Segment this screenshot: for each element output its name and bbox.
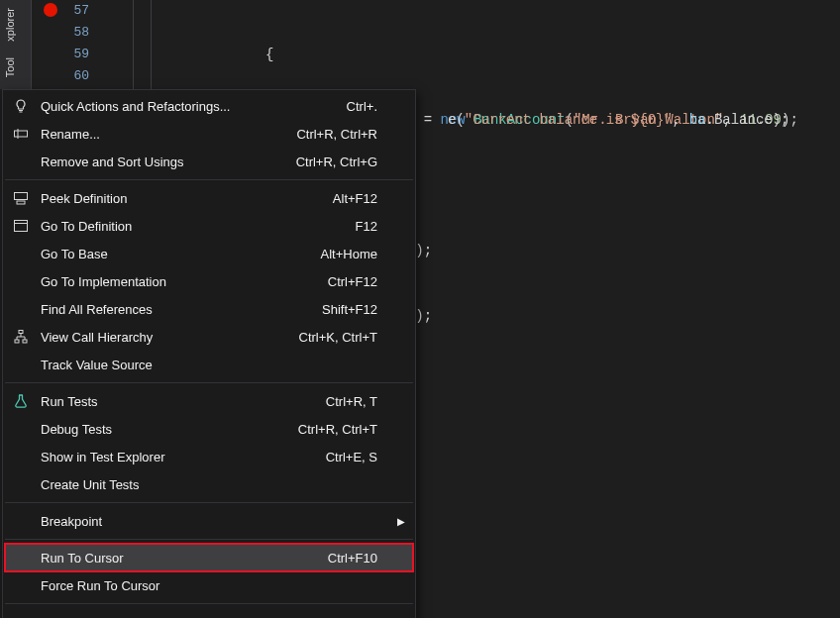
menu-shortcut: Alt+Home xyxy=(321,247,393,261)
menu-shortcut: Ctrl+F12 xyxy=(328,274,393,289)
menu-item-create-unit-tests[interactable]: Create Unit Tests xyxy=(5,470,413,498)
code-token: ba xyxy=(689,112,706,128)
menu-label: Run To Cursor xyxy=(33,551,328,566)
menu-shortcut: Ctrl+K, Ctrl+T xyxy=(299,330,393,345)
menu-label: Find All References xyxy=(33,302,322,317)
svg-rect-2 xyxy=(15,193,28,200)
line-number: 59 xyxy=(32,44,89,65)
menu-item-show-in-test-explorer[interactable]: Show in Test ExplorerCtrl+E, S xyxy=(5,443,413,470)
menu-item-find-all-references[interactable]: Find All ReferencesShift+F12 xyxy=(5,295,413,323)
menu-label: Peek Definition xyxy=(33,191,333,206)
line-number: 58 xyxy=(32,22,89,44)
menu-item-remove-and-sort-usings[interactable]: Remove and Sort UsingsCtrl+R, Ctrl+G xyxy=(5,148,413,175)
svg-rect-7 xyxy=(15,340,19,343)
menu-separator xyxy=(5,179,413,180)
context-menu: Quick Actions and Refactorings...Ctrl+.R… xyxy=(2,89,416,618)
menu-separator xyxy=(5,603,413,604)
code-token: e( xyxy=(448,112,465,128)
menu-item-go-to-implementation[interactable]: Go To ImplementationCtrl+F12 xyxy=(5,267,413,295)
menu-label: Create Unit Tests xyxy=(33,477,377,492)
menu-item-run-tests[interactable]: Run TestsCtrl+R, T xyxy=(5,387,413,415)
rename-icon xyxy=(9,126,33,142)
code-token: = xyxy=(415,112,440,128)
menu-label: Execute in Interactive xyxy=(33,615,298,619)
code-token: ); xyxy=(773,112,789,128)
menu-label: Remove and Sort Usings xyxy=(33,154,296,169)
menu-label: View Call Hierarchy xyxy=(33,330,299,345)
menu-label: Show in Test Explorer xyxy=(33,450,326,464)
code-token: "Current balance is ${0}" xyxy=(465,112,673,128)
menu-item-view-call-hierarchy[interactable]: View Call HierarchyCtrl+K, Ctrl+T xyxy=(5,323,413,351)
line-number: 57 xyxy=(32,0,89,22)
menu-item-go-to-definition[interactable]: Go To DefinitionF12 xyxy=(5,212,413,240)
menu-shortcut: Ctrl+E, S xyxy=(326,450,393,464)
menu-shortcut: F12 xyxy=(356,219,393,234)
menu-label: Go To Base xyxy=(33,247,321,261)
sidebar-tabs: xplorer Tool xyxy=(0,0,32,89)
menu-item-peek-definition[interactable]: Peek DefinitionAlt+F12 xyxy=(5,184,413,212)
menu-label: Run Tests xyxy=(33,394,326,409)
menu-shortcut: Ctrl+F10 xyxy=(328,551,393,566)
menu-item-track-value-source[interactable]: Track Value Source xyxy=(5,351,413,378)
menu-item-execute-in-interactive[interactable]: Execute in InteractiveCtrl+E, Ctrl+E xyxy=(5,608,413,618)
menu-shortcut: Alt+F12 xyxy=(333,191,393,206)
svg-rect-3 xyxy=(17,201,25,204)
lightbulb-icon xyxy=(9,98,33,114)
menu-label: Debug Tests xyxy=(33,422,298,437)
menu-shortcut: Ctrl+R, Ctrl+G xyxy=(296,154,393,169)
peek-icon xyxy=(9,190,33,206)
code-token: ); xyxy=(415,243,432,258)
menu-separator xyxy=(5,382,413,383)
submenu-arrow-icon: ▶ xyxy=(393,516,405,527)
menu-separator xyxy=(5,539,413,540)
menu-label: Rename... xyxy=(33,127,296,142)
menu-item-quick-actions-and-refactorings[interactable]: Quick Actions and Refactorings...Ctrl+. xyxy=(5,92,413,120)
goto-icon xyxy=(9,218,33,234)
menu-item-run-to-cursor[interactable]: Run To CursorCtrl+F10 xyxy=(5,544,413,571)
flask-icon xyxy=(9,393,33,409)
sidebar-tab-toolbox[interactable]: Tool xyxy=(0,50,20,85)
breakpoint-icon[interactable] xyxy=(44,3,57,17)
menu-label: Breakpoint xyxy=(33,514,377,529)
menu-shortcut: Shift+F12 xyxy=(322,302,393,317)
line-number: 60 xyxy=(32,65,89,87)
menu-label: Go To Implementation xyxy=(33,274,328,289)
hierarchy-icon xyxy=(9,329,33,345)
svg-rect-6 xyxy=(19,331,23,334)
menu-shortcut: Ctrl+R, Ctrl+R xyxy=(296,127,393,142)
menu-label: Track Value Source xyxy=(33,358,377,372)
code-token: ); xyxy=(415,308,432,324)
menu-item-breakpoint[interactable]: Breakpoint▶ xyxy=(5,507,413,535)
code-token: Balance xyxy=(714,112,773,128)
menu-separator xyxy=(5,502,413,503)
code-token: . xyxy=(705,112,713,128)
menu-shortcut: Ctrl+. xyxy=(347,99,393,114)
menu-shortcut: Ctrl+R, Ctrl+T xyxy=(298,422,393,437)
menu-item-force-run-to-cursor[interactable]: Force Run To Cursor xyxy=(5,571,413,599)
menu-shortcut: Ctrl+R, T xyxy=(326,394,393,409)
code-token: , xyxy=(673,112,689,128)
menu-item-debug-tests[interactable]: Debug TestsCtrl+R, Ctrl+T xyxy=(5,415,413,443)
menu-item-go-to-base[interactable]: Go To BaseAlt+Home xyxy=(5,240,413,267)
menu-label: Quick Actions and Refactorings... xyxy=(33,99,347,114)
sidebar-tab-explorer[interactable]: xplorer xyxy=(0,0,20,50)
svg-rect-8 xyxy=(23,340,27,343)
menu-shortcut: Ctrl+E, Ctrl+E xyxy=(298,615,393,619)
menu-item-rename[interactable]: Rename...Ctrl+R, Ctrl+R xyxy=(5,120,413,148)
code-token: { xyxy=(265,47,273,62)
svg-rect-4 xyxy=(15,221,28,232)
svg-rect-0 xyxy=(15,131,28,137)
menu-label: Force Run To Cursor xyxy=(33,578,377,593)
menu-label: Go To Definition xyxy=(33,219,356,234)
